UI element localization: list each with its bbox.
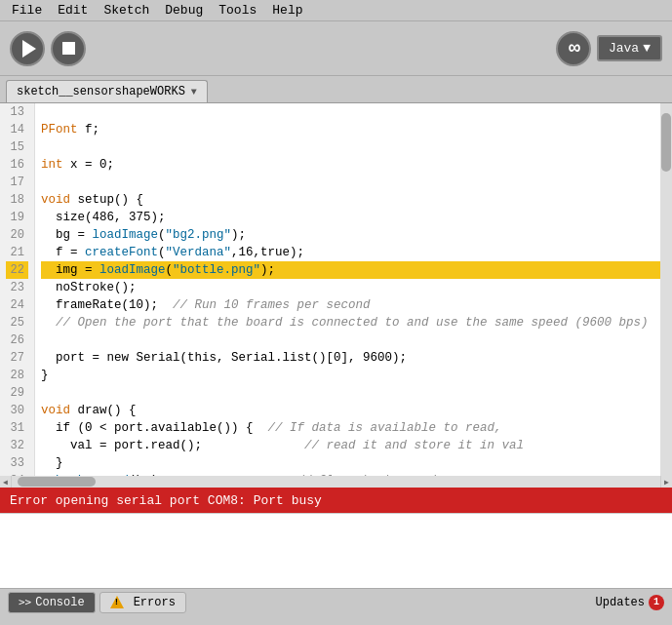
line-number: 13 [6, 103, 28, 121]
code-line [41, 103, 660, 121]
toolbar: ∞ Java ▼ [0, 21, 672, 76]
play-icon [22, 40, 36, 58]
status-bar: >> Console Errors Updates 1 [0, 588, 672, 615]
output-area [0, 513, 672, 588]
scrollbar-thumb[interactable] [661, 113, 671, 172]
menu-file[interactable]: File [4, 1, 50, 20]
line-number: 20 [6, 226, 28, 244]
code-line: int x = 0; [41, 156, 660, 174]
line-numbers: 1314151617181920212223242526272829303132… [0, 103, 35, 476]
code-line [41, 332, 660, 349]
menu-sketch[interactable]: Sketch [96, 1, 157, 20]
console-button[interactable]: >> Console [8, 592, 96, 613]
tab-bar: sketch__sensorshapeWORKS ▼ [0, 76, 672, 103]
code-line: // Open the port that the board is conne… [41, 314, 660, 332]
console-icon: >> [19, 596, 31, 608]
updates-count: 1 [649, 595, 664, 610]
error-message: Error opening serial port COM8: Port bus… [10, 493, 322, 508]
code-line [41, 138, 660, 156]
errors-button[interactable]: Errors [99, 592, 186, 613]
code-line: size(486, 375); [41, 209, 660, 226]
line-number: 28 [6, 367, 28, 384]
line-number: 16 [6, 156, 28, 174]
scroll-left-btn[interactable]: ◀ [0, 476, 12, 488]
line-number: 23 [6, 279, 28, 296]
line-number: 15 [6, 138, 28, 156]
scroll-right-btn[interactable]: ▶ [660, 476, 672, 488]
line-number: 34 [6, 472, 28, 476]
tab-label: sketch__sensorshapeWORKS [17, 85, 185, 98]
code-line [41, 384, 660, 402]
code-line: port = new Serial(this, Serial.list()[0]… [41, 349, 660, 367]
console-label: Console [35, 596, 84, 609]
line-number: 26 [6, 332, 28, 349]
code-line [41, 174, 660, 191]
updates-badge: Updates 1 [596, 595, 664, 610]
line-number: 27 [6, 349, 28, 367]
menu-help[interactable]: Help [264, 1, 310, 20]
line-number: 22 [6, 261, 28, 279]
warning-icon [110, 596, 124, 608]
horizontal-scrollbar-row: ◀ ▶ [0, 476, 672, 488]
code-line: frameRate(10); // Run 10 frames per seco… [41, 296, 660, 314]
line-number: 21 [6, 244, 28, 261]
line-number: 17 [6, 174, 28, 191]
code-area[interactable]: PFont f;int x = 0;void setup() { size(48… [35, 103, 660, 476]
line-number: 25 [6, 314, 28, 332]
line-number: 18 [6, 191, 28, 209]
line-number: 14 [6, 121, 28, 138]
error-bar: Error opening serial port COM8: Port bus… [0, 488, 672, 513]
hscroll-thumb[interactable] [18, 477, 96, 487]
code-line: f = createFont("Verdana",16,true); [41, 244, 660, 261]
menu-tools[interactable]: Tools [211, 1, 264, 20]
updates-label: Updates [596, 596, 645, 609]
infinity-icon: ∞ [569, 37, 578, 59]
code-line: if (0 < port.available()) { // If data i… [41, 419, 660, 437]
infinity-button[interactable]: ∞ [556, 31, 591, 66]
stop-button[interactable] [51, 31, 86, 66]
editor-container: 1314151617181920212223242526272829303132… [0, 103, 672, 476]
line-number: 24 [6, 296, 28, 314]
line-number: 33 [6, 454, 28, 472]
line-number: 32 [6, 437, 28, 454]
java-label: Java [609, 41, 639, 56]
tab-sketch[interactable]: sketch__sensorshapeWORKS ▼ [6, 80, 208, 102]
code-line: noStroke(); [41, 279, 660, 296]
code-line: bg = loadImage("bg2.png"); [41, 226, 660, 244]
line-number: 19 [6, 209, 28, 226]
tab-arrow: ▼ [191, 87, 197, 98]
code-line: void draw() { [41, 402, 660, 419]
java-dropdown[interactable]: Java ▼ [597, 35, 662, 61]
code-line: } [41, 367, 660, 384]
menu-debug[interactable]: Debug [157, 1, 211, 20]
play-button[interactable] [10, 31, 45, 66]
java-dropdown-arrow: ▼ [643, 41, 651, 56]
line-number: 31 [6, 419, 28, 437]
code-line: val = port.read(); // read it and store … [41, 437, 660, 454]
hscroll-track[interactable] [12, 476, 660, 488]
code-line: img = loadImage("bottle.png"); [41, 261, 660, 279]
line-number: 29 [6, 384, 28, 402]
errors-label: Errors [134, 596, 176, 609]
stop-icon [62, 42, 75, 55]
menubar: File Edit Sketch Debug Tools Help [0, 0, 672, 21]
line-number: 30 [6, 402, 28, 419]
code-line: void setup() { [41, 191, 660, 209]
vertical-scrollbar[interactable] [660, 103, 672, 476]
code-line: background(bg); // Clear background [41, 472, 660, 476]
menu-edit[interactable]: Edit [50, 1, 96, 20]
code-line: PFont f; [41, 121, 660, 138]
code-line: } [41, 454, 660, 472]
